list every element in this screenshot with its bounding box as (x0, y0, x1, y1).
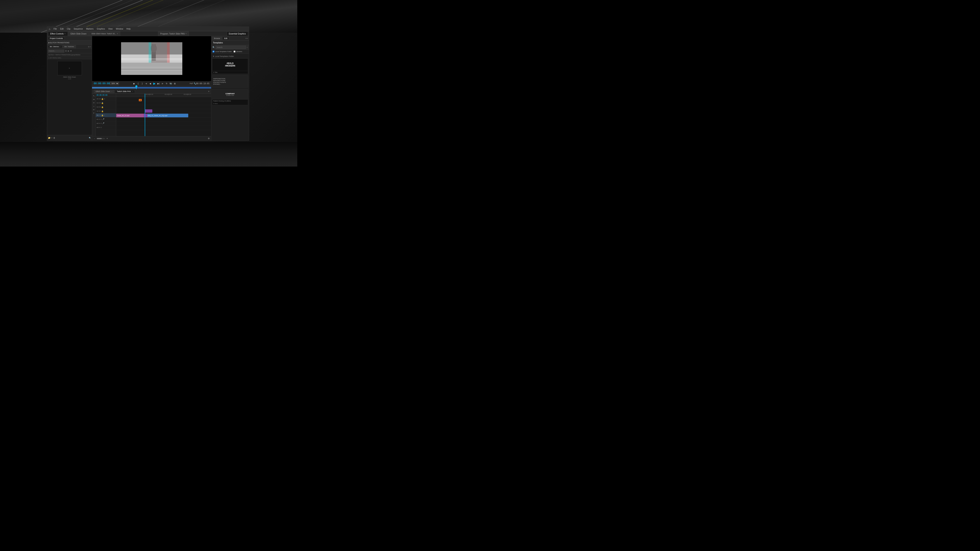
bin-search-input[interactable] (48, 49, 64, 52)
vtool-type[interactable]: T (92, 112, 95, 115)
clip-transition[interactable] (144, 114, 148, 118)
menu-edit[interactable]: Edit (60, 28, 64, 30)
track-mic-a1: 🎤 (102, 118, 104, 120)
lpt-project-controls[interactable]: Project Controls (48, 37, 65, 40)
project-path-label: GLITCH + TWITCH TRANSITIONS.prproj/Glitc… (48, 54, 80, 56)
timeline-settings[interactable]: ⚙ (207, 137, 210, 140)
libraries-checkbox[interactable] (234, 51, 235, 52)
background-road-bottom (0, 142, 297, 167)
bin-tab-glitches[interactable]: Bin: Glitches × (48, 45, 62, 48)
monitor-play-reverse[interactable]: ◀ (149, 82, 152, 85)
track-mute-a1[interactable]: M (99, 118, 100, 120)
monitor-in-point[interactable]: { (136, 82, 140, 85)
menu-view[interactable]: View (108, 28, 113, 30)
new-item-icon[interactable]: + (51, 137, 52, 139)
filter-local-templates[interactable]: Local Templates Folder (213, 51, 232, 52)
bin-filter-icon[interactable]: ▼ (70, 50, 72, 52)
track-lock-v5[interactable]: 🔒 (101, 98, 103, 100)
template-card-bold-modern[interactable]: #BOLD #MODERN 1 Title (212, 58, 248, 74)
bin-zoom-icon[interactable]: 🔍 (89, 137, 91, 139)
monitor-export-frame[interactable]: ⊞ (173, 82, 177, 85)
track-lock-v4[interactable]: 🔒 (101, 102, 103, 104)
menu-window[interactable]: Window (116, 28, 123, 30)
close-effect-controls[interactable]: × (64, 33, 65, 35)
track-mute-a2[interactable]: M (99, 122, 100, 124)
bin-list-icon[interactable]: ☰ (65, 50, 67, 52)
scrubber-bar[interactable]: ⟳ (92, 86, 211, 89)
timeline-tab-glitch[interactable]: Glitch Slide Down × (94, 90, 114, 93)
track-lock-v2[interactable]: 🔒 (101, 110, 103, 112)
track-lock-v3[interactable]: 🔒 (101, 106, 103, 108)
menu-graphics[interactable]: Graphics (97, 28, 105, 30)
menu-file[interactable]: File (54, 28, 57, 30)
templates-search-input[interactable] (216, 46, 246, 49)
bin-expand-icon: ⊞ (88, 46, 90, 48)
track-eye-v5[interactable]: 👁 (99, 98, 101, 100)
monitor-loop[interactable]: ↻ (165, 82, 168, 85)
close-program[interactable]: × (185, 33, 186, 35)
track-eye-v4[interactable]: 👁 (99, 102, 101, 104)
close-timeline-tab2[interactable]: × (132, 91, 133, 92)
tab-source-slide[interactable]: Slide Glitch Wave: Twitch Sli... × (89, 32, 120, 36)
rpt-edit[interactable]: Edit (222, 37, 229, 40)
close-source[interactable]: × (117, 33, 118, 35)
zoom-level-select[interactable]: 50% 100% 25% (110, 82, 119, 85)
new-bin-icon[interactable]: 📁 (48, 137, 51, 139)
menu-help[interactable]: Help (126, 28, 130, 30)
vtool-pen[interactable]: ✏ (92, 108, 95, 111)
monitor-camera[interactable]: 📷 (169, 82, 172, 85)
clip-oxford-02[interactable]: 2020Q_01_Oxford_4K_01Q.mp4 (146, 114, 188, 118)
vtool-ripple[interactable]: ⇔ (92, 98, 95, 101)
bin-tab-twitches[interactable]: Bin: Twitches (63, 45, 76, 48)
tab-effect-controls[interactable]: Effect Controls × (48, 32, 68, 36)
menu-markers[interactable]: Markers (86, 28, 94, 30)
track-solo-a3[interactable]: S (101, 127, 102, 129)
close-timeline-tab1[interactable]: × (111, 91, 113, 92)
timeline-header: Glitch Slide Down × Twitch Slide PAN × + (92, 89, 211, 94)
template-folder-local[interactable]: ▼ Local Templates Folder (212, 54, 248, 58)
filter-libraries[interactable]: Libraries (234, 51, 242, 52)
timeline-zoom-in[interactable]: + (105, 137, 109, 140)
search-clear-icon[interactable]: × (247, 46, 248, 48)
tab-program-monitor[interactable]: Program: Twitch Slide PAN × (158, 32, 189, 36)
vtool-slip[interactable]: ↔ (92, 105, 95, 108)
track-eye-v2[interactable]: 👁 (99, 110, 101, 112)
track-eye-v3[interactable]: 👁 (99, 106, 101, 108)
right-panel-menu-icon[interactable]: ≡ (245, 37, 247, 40)
rpt-browse[interactable]: Browse (212, 37, 222, 40)
track-solo-a1[interactable]: S (101, 118, 102, 120)
monitor-stop[interactable]: ▶ (153, 82, 156, 85)
right-panel-close-icon[interactable]: × (247, 37, 248, 40)
template-card-faded[interactable]: COMPANY Subtitle here Faded Closing 10 (… (212, 89, 248, 105)
local-templates-checkbox[interactable] (213, 51, 215, 52)
wrench-icon[interactable]: 🔧 (194, 83, 196, 85)
vtool-razor[interactable]: ✂ (92, 102, 95, 104)
clip-v2-purple[interactable] (145, 110, 152, 113)
monitor-go-in[interactable]: ⊲ (145, 82, 148, 85)
menu-clip[interactable]: Clip (67, 28, 70, 30)
timeline-zoom-out[interactable]: - (93, 137, 96, 140)
monitor-play[interactable]: ▶| (157, 82, 160, 85)
bin-grid-icon[interactable]: ⊞ (68, 50, 69, 52)
template-card-promotion[interactable]: #NPROMOTION NPROMOTIONP IPROMOTIONPR IPR… (212, 75, 248, 88)
clip-oxford-01[interactable]: Oxford_4K_01.mp4 (116, 114, 145, 118)
tab-essential-graphics[interactable]: Essential Graphics (227, 32, 248, 36)
bin-options-icon[interactable]: ≡ (90, 46, 91, 48)
vtool-selection[interactable]: ↖ (92, 94, 95, 97)
track-v3-row (116, 105, 211, 109)
track-solo-a2[interactable]: S (101, 122, 102, 124)
timeline-tab-twitch[interactable]: Twitch Slide PAN × (115, 90, 135, 93)
track-mute-a3[interactable]: M (99, 127, 100, 129)
menu-sequence[interactable]: Sequence (74, 28, 83, 30)
tab-content-controls[interactable]: Glitch Slide Down (68, 32, 89, 36)
delete-icon[interactable]: 🗑 (53, 137, 55, 139)
program-monitor: 00:00:09:08 50% 100% 25% ◆ { } ⊲ ◀ ▶ (92, 36, 211, 89)
monitor-out-point[interactable]: } (140, 82, 144, 85)
monitor-go-out[interactable]: ⊳ (161, 82, 164, 85)
track-lock-v1[interactable]: 🔒 (101, 114, 103, 116)
timeline-add-icon[interactable]: + (208, 90, 210, 93)
track-eye-v1[interactable]: 👁 (99, 114, 101, 116)
home-icon[interactable]: ⌂ (49, 27, 50, 30)
template-faded-count: 9 titles (212, 102, 248, 105)
monitor-add-marker[interactable]: ◆ (132, 82, 135, 85)
